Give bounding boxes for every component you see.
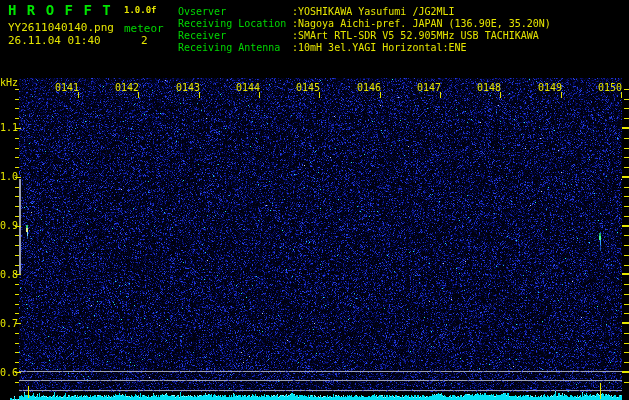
observation-datetime: 26.11.04 01:40 — [8, 34, 101, 47]
x-tick-label: 0144 — [236, 82, 260, 93]
meteor-count: 2 — [141, 34, 148, 47]
x-tick-label: 0147 — [417, 82, 441, 93]
info-label: Receiver — [178, 30, 292, 42]
x-tick-label: 0145 — [296, 82, 320, 93]
x-tick-label: 0149 — [538, 82, 562, 93]
y-tick-label: 0.8 — [0, 269, 18, 280]
station-info-block: Ovserver:YOSHIKAWA Yasufumi /JG2MLIRecei… — [178, 6, 551, 54]
station-info-row: Receiving Antenna:10mH 3el.YAGI Horizont… — [178, 42, 551, 54]
x-tick-label: 0148 — [477, 82, 501, 93]
info-value: :YOSHIKAWA Yasufumi /JG2MLI — [292, 6, 455, 17]
station-info-row: Receiving Location:Nagoya Aichi-pref. JA… — [178, 18, 551, 30]
info-label: Receiving Location — [178, 18, 292, 30]
x-tick-label: 0146 — [357, 82, 381, 93]
info-value: :Nagoya Aichi-pref. JAPAN (136.90E, 35.2… — [292, 18, 551, 29]
y-axis-unit-label: kHz — [0, 77, 18, 88]
y-tick-label: 0.9 — [0, 220, 18, 231]
info-value: :SMArt RTL-SDR V5 52.905MHz USB TACHIKAW… — [292, 30, 539, 41]
y-tick-label: 1.0 — [0, 171, 18, 182]
app-title: H R O F F T — [8, 2, 112, 18]
y-tick-label: 0.7 — [0, 318, 18, 329]
x-tick-label: 0142 — [115, 82, 139, 93]
x-tick-label: 0143 — [176, 82, 200, 93]
info-value: :10mH 3el.YAGI Horizontal:ENE — [292, 42, 467, 53]
x-tick-label: 0141 — [55, 82, 79, 93]
x-tick-label: 0150 — [598, 82, 622, 93]
info-label: Ovserver — [178, 6, 292, 18]
spectrogram-canvas — [0, 0, 629, 400]
station-info-row: Receiver:SMArt RTL-SDR V5 52.905MHz USB … — [178, 30, 551, 42]
y-tick-label: 0.6 — [0, 367, 18, 378]
hrofft-output-image: H R O F F T 1.0.0f YY2611040140.png mete… — [0, 0, 629, 400]
station-info-row: Ovserver:YOSHIKAWA Yasufumi /JG2MLI — [178, 6, 551, 18]
y-tick-label: 1.1 — [0, 122, 18, 133]
info-label: Receiving Antenna — [178, 42, 292, 54]
output-filename: YY2611040140.png — [8, 21, 114, 34]
app-version: 1.0.0f — [124, 5, 157, 15]
